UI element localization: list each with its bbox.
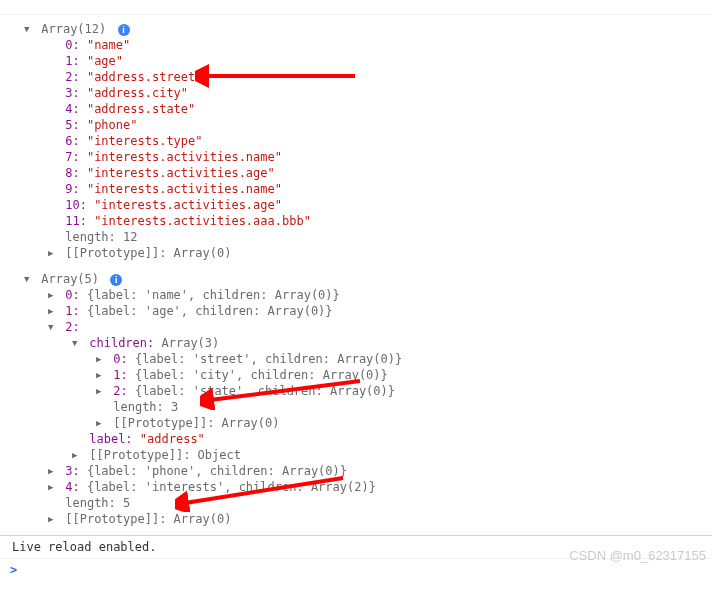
length-value: 5: [123, 496, 130, 510]
length-label: length: [65, 230, 108, 244]
expand-toggle[interactable]: ▼: [72, 335, 82, 351]
array-value: "phone": [87, 118, 138, 132]
array-value: "name": [87, 38, 130, 52]
length-value: 12: [123, 230, 137, 244]
array-value: "address.state": [87, 102, 195, 116]
array-index[interactable]: 10: [65, 198, 79, 212]
prototype-value: Array(0): [174, 512, 232, 526]
prototype-value: Array(0): [222, 416, 280, 430]
prototype-label[interactable]: [[Prototype]]: [113, 416, 207, 430]
array-value: "address.street": [87, 70, 203, 84]
expand-toggle[interactable]: ▶: [48, 287, 58, 303]
prototype-label[interactable]: [[Prototype]]: [65, 246, 159, 260]
truncated-header: 。。。。。。。。。。。。。。。。。。。。: [0, 0, 712, 15]
console-message-text: Live reload enabled.: [12, 540, 157, 554]
object-preview[interactable]: {label: 'state', children: Array(0)}: [135, 384, 395, 398]
length-value: 3: [171, 400, 178, 414]
array-value: "interests.activities.age": [87, 166, 275, 180]
watermark: CSDN @m0_62317155: [569, 548, 706, 563]
property-key[interactable]: label: [89, 432, 125, 446]
array-value: "interests.activities.name": [87, 150, 282, 164]
expand-toggle[interactable]: ▼: [48, 319, 58, 335]
prototype-value: Object: [198, 448, 241, 462]
array-value: "age": [87, 54, 123, 68]
array-index[interactable]: 11: [65, 214, 79, 228]
expand-toggle[interactable]: ▶: [72, 447, 82, 463]
array-header[interactable]: Array(5): [41, 272, 99, 286]
object-preview[interactable]: {label: 'age', children: Array(0)}: [87, 304, 333, 318]
expand-toggle[interactable]: ▼: [24, 21, 34, 37]
expand-toggle[interactable]: ▶: [96, 367, 106, 383]
property-key[interactable]: children: [89, 336, 147, 350]
length-label: length: [65, 496, 108, 510]
object-preview[interactable]: {label: 'name', children: Array(0)}: [87, 288, 340, 302]
object-preview[interactable]: {label: 'phone', children: Array(0)}: [87, 464, 347, 478]
expand-toggle[interactable]: ▶: [48, 479, 58, 495]
expand-toggle[interactable]: ▶: [48, 245, 58, 261]
expand-toggle[interactable]: ▶: [48, 463, 58, 479]
array-value: "interests.activities.age": [94, 198, 282, 212]
array-header[interactable]: Array(12): [41, 22, 106, 36]
property-value: "address": [140, 432, 205, 446]
info-icon[interactable]: i: [110, 274, 122, 286]
expand-toggle[interactable]: ▶: [96, 383, 106, 399]
expand-toggle[interactable]: ▶: [96, 415, 106, 431]
array-value: "interests.activities.name": [87, 182, 282, 196]
expand-toggle[interactable]: ▶: [96, 351, 106, 367]
array-value: "interests.type": [87, 134, 203, 148]
property-value[interactable]: Array(3): [161, 336, 219, 350]
object-preview[interactable]: {label: 'street', children: Array(0)}: [135, 352, 402, 366]
expand-toggle[interactable]: ▶: [48, 303, 58, 319]
prototype-label[interactable]: [[Prototype]]: [89, 448, 183, 462]
prototype-label[interactable]: [[Prototype]]: [65, 512, 159, 526]
array-value: "interests.activities.aaa.bbb": [94, 214, 311, 228]
array-value: "address.city": [87, 86, 188, 100]
length-label: length: [113, 400, 156, 414]
prototype-value: Array(0): [174, 246, 232, 260]
expand-toggle[interactable]: ▶: [48, 511, 58, 527]
object-preview[interactable]: {label: 'interests', children: Array(2)}: [87, 480, 376, 494]
info-icon[interactable]: i: [118, 24, 130, 36]
object-preview[interactable]: {label: 'city', children: Array(0)}: [135, 368, 388, 382]
expand-toggle[interactable]: ▼: [24, 271, 34, 287]
